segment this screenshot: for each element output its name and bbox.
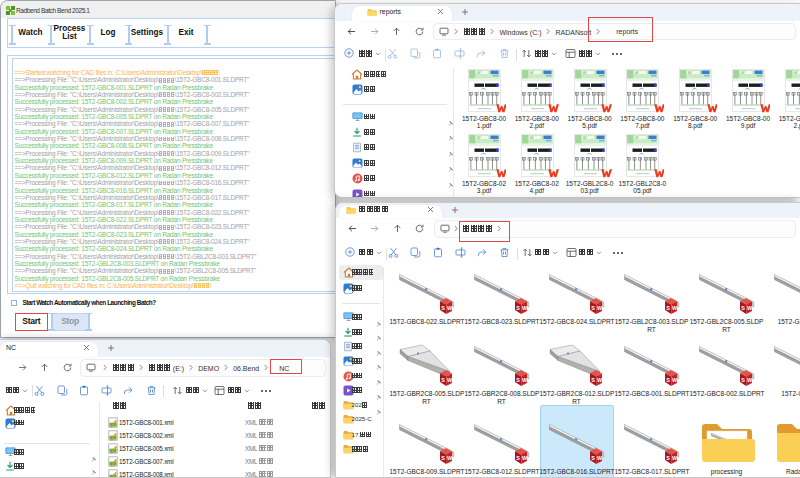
svg-text:W: W [746,377,752,383]
svg-text:S: S [516,455,520,461]
svg-text:W: W [446,305,452,311]
svg-text:S: S [516,377,520,383]
svg-text:S: S [591,305,595,311]
svg-text:W: W [596,305,602,311]
svg-text:S: S [741,305,745,311]
svg-text:S: S [441,377,445,383]
svg-text:S: S [666,455,670,461]
svg-text:W: W [746,305,752,311]
svg-text:S: S [441,455,445,461]
svg-text:S: S [666,305,670,311]
svg-text:S: S [591,455,595,461]
svg-text:W: W [671,455,677,461]
svg-text:W: W [446,455,452,461]
svg-text:W: W [671,305,677,311]
svg-text:W: W [596,455,602,461]
svg-text:S: S [591,377,595,383]
svg-text:W: W [446,377,452,383]
svg-text:W: W [671,377,677,383]
svg-text:S: S [666,377,670,383]
svg-text:W: W [521,305,527,311]
svg-text:S: S [741,377,745,383]
svg-text:S: S [441,305,445,311]
svg-text:S: S [516,305,520,311]
svg-text:W: W [521,377,527,383]
svg-text:W: W [521,455,527,461]
svg-text:W: W [596,377,602,383]
